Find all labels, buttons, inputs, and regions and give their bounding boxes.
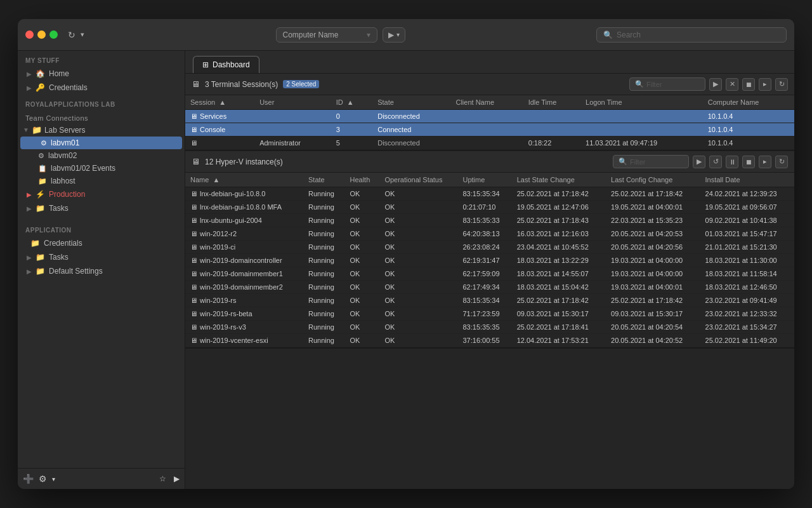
table-row[interactable]: 🖥lnx-debian-gui-10.8.0 Running OK OK 83:… [185, 187, 794, 201]
terminal-forward-btn[interactable]: ▸ [759, 78, 771, 91]
sidebar-item-lab-servers[interactable]: ▼ 📁 Lab Servers [18, 123, 185, 137]
sidebar-item-labvm01-02-events[interactable]: 📋 labvm01/02 Events [18, 162, 185, 175]
add-icon[interactable]: ➕ [23, 474, 34, 484]
user-cell [254, 123, 331, 137]
terminal-play-btn[interactable]: ▶ [709, 78, 722, 91]
table-row[interactable]: 🖥Services 0 Disconnected 10.1.0.4 [185, 110, 794, 123]
table-row[interactable]: 🖥win-2019-vcenter-esxi Running OK OK 37:… [185, 334, 794, 347]
computer-name-cell: 10.1.0.4 [703, 123, 794, 137]
sidebar-home-label: Home [49, 69, 69, 78]
labvm01-02-events-label: labvm01/02 Events [51, 164, 115, 173]
table-row[interactable]: 🖥lnx-debian-gui-10.8.0 MFA Running OK OK… [185, 201, 794, 214]
maximize-button[interactable] [49, 30, 58, 39]
name-cell: 🖥win-2019-rs [185, 294, 303, 307]
sidebar-item-default-settings[interactable]: ▶ 📁 Default Settings [20, 264, 182, 278]
name-cell: 🖥win-2019-rs-v3 [185, 321, 303, 334]
user-cell: Administrator [254, 137, 331, 150]
hyperv-refresh-btn[interactable]: ↻ [775, 156, 788, 168]
events-icon: 📋 [38, 164, 47, 173]
name-cell: 🖥win-2019-domainmember2 [185, 281, 303, 294]
settings-icon[interactable]: ⚙ [39, 474, 47, 484]
health-cell: OK [344, 307, 379, 321]
chevron-down-icon[interactable]: ▾ [52, 476, 55, 483]
table-row[interactable]: 🖥win-2019-domaincontroller Running OK OK… [185, 254, 794, 267]
uptime-cell: 83:15:35:34 [457, 187, 511, 201]
uptime-cell: 83:15:35:34 [457, 294, 511, 307]
sidebar-item-app-tasks[interactable]: ▶ 📁 Tasks [20, 250, 182, 264]
uptime-cell: 37:16:00:55 [457, 334, 511, 347]
hyperv-forward-btn[interactable]: ▸ [759, 156, 771, 168]
table-row[interactable]: 🖥win-2019-domainmember2 Running OK OK 62… [185, 281, 794, 294]
terminal-sessions-table: Session ▲ User ID ▲ State Client Name Id… [185, 95, 794, 150]
close-button[interactable] [25, 30, 34, 39]
op-status-cell: OK [379, 227, 457, 241]
sidebar-item-home[interactable]: ▶ 🏠 Home [20, 67, 182, 81]
terminal-filter-placeholder: Filter [646, 81, 662, 88]
table-row[interactable]: 🖥win-2019-rs-v3 Running OK OK 83:15:35:3… [185, 321, 794, 334]
hyperv-stop-btn[interactable]: ⏹ [742, 156, 755, 168]
op-status-cell: OK [379, 241, 457, 254]
table-row[interactable]: 🖥lnx-ubuntu-gui-2004 Running OK OK 83:15… [185, 214, 794, 227]
hyperv-pause-btn[interactable]: ⏸ [726, 156, 738, 168]
play-button[interactable]: ▶ ▾ [383, 27, 405, 43]
chevron-down-icon[interactable]: ▾ [81, 30, 84, 39]
state-cell: Running [303, 321, 344, 334]
computer-name-dropdown[interactable]: Computer Name ▾ [276, 27, 377, 43]
hyperv-filter-input[interactable]: 🔍 Filter [613, 155, 689, 168]
sidebar-item-production[interactable]: ▶ ⚡ Production [20, 187, 182, 201]
terminal-panel-controls: 🔍 Filter ▶ ✕ ⏹ ▸ ↻ [629, 77, 788, 91]
sidebar-item-app-credentials[interactable]: 📁 Credentials [20, 236, 182, 250]
table-row[interactable]: 🖥win-2019-rs-beta Running OK OK 71:17:23… [185, 307, 794, 321]
terminal-pause-btn[interactable]: ⏹ [742, 78, 755, 91]
app-window: ↻ ▾ Computer Name ▾ ▶ ▾ 🔍 Search My Stuf… [18, 19, 794, 489]
main-layout: My Stuff ▶ 🏠 Home ▶ 🔑 Credentials RoyalA… [18, 51, 794, 489]
terminal-selected-badge: 2 Selected [283, 80, 319, 88]
last-state-cell: 25.02.2021 at 17:18:42 [512, 187, 606, 201]
last-config-cell: 09.03.2021 at 15:30:17 [606, 307, 700, 321]
labvm01-label: labvm01 [51, 138, 79, 147]
install-date-cell: 23.02.2021 at 12:33:32 [700, 307, 794, 321]
table-row[interactable]: 🖥win-2012-r2 Running OK OK 64:20:38:13 1… [185, 227, 794, 241]
minimize-button[interactable] [37, 30, 46, 39]
refresh-icon[interactable]: ↻ [68, 30, 75, 40]
name-cell: 🖥win-2019-rs-beta [185, 307, 303, 321]
star-icon[interactable]: ☆ [159, 474, 166, 483]
uptime-cell: 62:17:59:09 [457, 267, 511, 281]
th-idle-time: Idle Time [523, 95, 580, 110]
vm-icon: ⚙ [38, 152, 44, 160]
table-row[interactable]: 🖥win-2019-ci Running OK OK 26:23:08:24 2… [185, 241, 794, 254]
terminal-refresh-btn[interactable]: ↻ [775, 78, 788, 91]
table-row[interactable]: 🖥win-2019-rs Running OK OK 83:15:35:34 2… [185, 294, 794, 307]
last-state-cell: 16.03.2021 at 12:16:03 [512, 227, 606, 241]
sidebar-item-credentials[interactable]: ▶ 🔑 Credentials [20, 81, 182, 95]
last-state-cell: 18.03.2021 at 15:04:42 [512, 281, 606, 294]
vm-icon: ⚙ [41, 139, 47, 147]
client-name-cell [450, 110, 523, 123]
table-row[interactable]: 🖥Console 3 Connected 10.1.0.4 [185, 123, 794, 137]
health-cell: OK [344, 334, 379, 347]
hyperv-restart-btn[interactable]: ↺ [709, 156, 722, 168]
th-state: State [303, 173, 344, 187]
tab-dashboard[interactable]: ⊞ Dashboard [193, 56, 259, 73]
idle-time-cell: 0:18:22 [523, 137, 580, 150]
terminal-panel-icon: 🖥 [192, 79, 200, 89]
sidebar-item-labvm02[interactable]: ⚙ labvm02 [18, 149, 185, 162]
health-cell: OK [344, 227, 379, 241]
terminal-stop-btn[interactable]: ✕ [726, 78, 738, 91]
table-row[interactable]: 🖥 Administrator 5 Disconnected 0:18:22 1… [185, 137, 794, 150]
session-cell: 🖥Services [185, 110, 254, 123]
hyperv-play-btn[interactable]: ▶ [693, 156, 705, 168]
sidebar-item-labhost[interactable]: 📁 labhost [18, 175, 185, 187]
uptime-cell: 62:17:49:34 [457, 281, 511, 294]
sidebar-item-tasks[interactable]: ▶ 📁 Tasks [20, 201, 182, 215]
op-status-cell: OK [379, 254, 457, 267]
health-cell: OK [344, 267, 379, 281]
play-sidebar-icon[interactable]: ▶ [174, 474, 180, 483]
search-bar[interactable]: 🔍 Search [596, 27, 787, 43]
hyperv-table: Name ▲ State Health Operational Status U… [185, 173, 794, 347]
table-row[interactable]: 🖥win-2019-domainmember1 Running OK OK 62… [185, 267, 794, 281]
session-cell: 🖥 [185, 137, 254, 150]
health-cell: OK [344, 281, 379, 294]
terminal-filter-input[interactable]: 🔍 Filter [629, 77, 705, 91]
sidebar-item-labvm01[interactable]: ⚙ labvm01 [20, 137, 182, 149]
